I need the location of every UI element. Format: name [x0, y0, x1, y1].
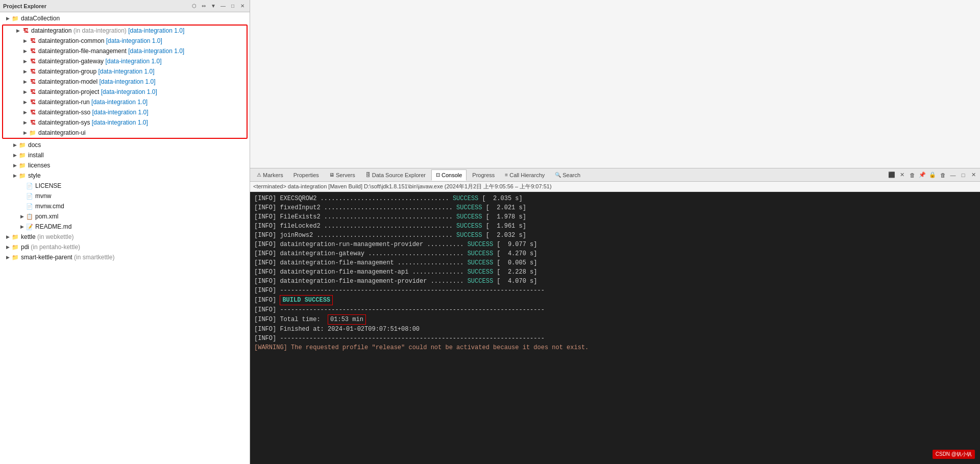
- tree-item-label: dataintegration-sso [data-integration 1.…: [38, 108, 149, 117]
- tab-servers-label: Servers: [336, 172, 355, 178]
- maven-icon: 🏗: [29, 57, 37, 65]
- tree-item-common[interactable]: ▶ 🏗 dataintegration-common [data-integra…: [3, 36, 247, 46]
- tab-search[interactable]: 🔍 Search: [550, 169, 585, 181]
- expand-arrow: ▶: [11, 140, 18, 150]
- item-name: dataintegration-model: [38, 78, 97, 85]
- tree-item-licenses[interactable]: ▶ 📁 licenses: [0, 160, 250, 170]
- item-name: dataintegration-file-management: [38, 47, 127, 55]
- item-tag: [data-integration 1.0]: [92, 109, 148, 116]
- tree-item-readme[interactable]: ▶ 📝 README.md: [0, 222, 250, 232]
- expand-arrow: ▶: [21, 108, 29, 117]
- tab-properties-label: Properties: [293, 172, 319, 178]
- tree-item-label: dataintegration-project [data-integratio…: [38, 87, 157, 96]
- tree-item-kettle[interactable]: ▶ 📁 kettle (in webkettle): [0, 232, 250, 242]
- tree-item-ui[interactable]: ▶ 📁 dataintegration-ui: [3, 128, 247, 138]
- link-with-editor-btn[interactable]: ⇔: [200, 2, 208, 10]
- editor-area: [250, 0, 980, 168]
- item-name: dataintegration-run: [38, 99, 90, 106]
- tree-item-smart-kettle[interactable]: ▶ 📁 smart-kettle-parent (in smartkettle): [0, 252, 250, 262]
- filter-btn[interactable]: ▼: [209, 2, 217, 10]
- expand-arrow: ▶: [21, 128, 29, 137]
- close-console-btn[interactable]: ✕: [969, 170, 978, 180]
- clear-btn[interactable]: 🗑: [938, 170, 947, 180]
- console-line: [INFO] dataintegration-gateway .........…: [254, 249, 976, 258]
- expand-arrow: ▶: [4, 242, 11, 252]
- expand-arrow: ▶: [11, 171, 18, 180]
- item-tag: [data-integration 1.0]: [106, 37, 162, 44]
- tree-item-style[interactable]: ▶ 📁 style: [0, 170, 250, 181]
- console-panel: ⚠ Markers Properties 🖥 Servers 🗄 Data So…: [250, 168, 980, 464]
- datasource-icon: 🗄: [365, 172, 371, 178]
- tree-item-project[interactable]: ▶ 🏗 dataintegration-project [data-integr…: [3, 87, 247, 97]
- maximize-btn[interactable]: □: [229, 2, 237, 10]
- console-status-bar: <terminated> data-integration [Maven Bui…: [250, 182, 980, 192]
- tree-item-label: dataintegration-model [data-integration …: [38, 77, 156, 86]
- tree-item-pom[interactable]: ▶ 📋 pom.xml: [0, 211, 250, 222]
- expand-arrow: ▶: [21, 46, 29, 56]
- item-name: dataintegration-common: [38, 37, 104, 44]
- tab-servers[interactable]: 🖥 Servers: [325, 169, 360, 181]
- cancel-btn[interactable]: ✕: [897, 170, 906, 180]
- tree-item-pdi[interactable]: ▶ 📁 pdi (in pentaho-kettle): [0, 242, 250, 252]
- callhierarchy-icon: ≡: [505, 172, 508, 178]
- md-icon: 📝: [26, 223, 34, 231]
- tree-item-label: mvnw: [35, 191, 51, 201]
- console-line: [INFO] dataintegration-file-management-a…: [254, 267, 976, 277]
- expand-arrow: ▶: [21, 57, 29, 66]
- stop-btn[interactable]: ⬛: [887, 170, 896, 180]
- expand-arrow: ▶: [21, 67, 29, 76]
- tree-item-docs[interactable]: ▶ 📁 docs: [0, 140, 250, 150]
- console-line: [INFO] dataintegration-file-management .…: [254, 258, 976, 267]
- tab-console[interactable]: ⊡ Console: [431, 169, 467, 181]
- tree-item-install[interactable]: ▶ 📁 install: [0, 150, 250, 160]
- item-tag: [data-integration 1.0]: [105, 58, 161, 65]
- expand-arrow: ▶: [18, 212, 26, 221]
- tab-properties[interactable]: Properties: [289, 169, 324, 181]
- item-name: dataintegration-group: [38, 68, 96, 75]
- pin-btn[interactable]: 📌: [918, 170, 927, 180]
- tree-item-dataCollection[interactable]: ▶ 📁 dataCollection: [0, 13, 250, 23]
- panel-header-actions: ⬡ ⇔ ▼ — □ ✕: [190, 2, 247, 10]
- csdn-badge: CSDN @钒小钒: [933, 450, 975, 459]
- item-tag: [data-integration 1.0]: [128, 27, 184, 34]
- console-tabbar: ⚠ Markers Properties 🖥 Servers 🗄 Data So…: [250, 168, 980, 182]
- maximize-console-btn[interactable]: □: [959, 170, 968, 180]
- tree-item-run[interactable]: ▶ 🏗 dataintegration-run [data-integratio…: [3, 97, 247, 107]
- tree-item-group[interactable]: ▶ 🏗 dataintegration-group [data-integrat…: [3, 66, 247, 77]
- console-line: [INFO] ---------------------------------…: [254, 334, 976, 343]
- tree-item-mvnw[interactable]: 📄 mvnw: [0, 191, 250, 201]
- expand-arrow: ▶: [21, 118, 29, 127]
- collapse-all-btn[interactable]: ⬡: [190, 2, 198, 10]
- tab-callhierarchy[interactable]: ≡ Call Hierarchy: [500, 169, 549, 181]
- folder-icon: 📁: [11, 243, 19, 251]
- close-btn[interactable]: ✕: [238, 2, 247, 10]
- tree-item-mvnw-cmd[interactable]: 📄 mvnw.cmd: [0, 201, 250, 211]
- console-output[interactable]: [INFO] EXECSQROW2 ......................…: [250, 192, 980, 464]
- tab-datasource[interactable]: 🗄 Data Source Explorer: [361, 169, 430, 181]
- tree-item-sys[interactable]: ▶ 🏗 dataintegration-sys [data-integratio…: [3, 117, 247, 128]
- tab-progress[interactable]: Progress: [468, 169, 499, 181]
- tree-item-label: install: [28, 151, 44, 160]
- project-explorer-header: Project Explorer ⬡ ⇔ ▼ — □ ✕: [0, 0, 250, 12]
- minimize-btn[interactable]: —: [219, 2, 227, 10]
- expand-arrow: ▶: [21, 97, 29, 107]
- tree-item-model[interactable]: ▶ 🏗 dataintegration-model [data-integrat…: [3, 77, 247, 87]
- tree-item-dataintegration[interactable]: ▶ 🏗 dataintegration (in data-integration…: [3, 26, 247, 36]
- console-status-text: <terminated> data-integration [Maven Bui…: [253, 183, 552, 189]
- tree-item-label: pdi (in pentaho-kettle): [21, 242, 80, 252]
- maven-icon: 🏗: [29, 108, 37, 116]
- tree-item-file-mgmt[interactable]: ▶ 🏗 dataintegration-file-management [dat…: [3, 46, 247, 56]
- scroll-lock-btn[interactable]: 🔒: [928, 170, 937, 180]
- tab-search-label: Search: [562, 172, 580, 178]
- expand-arrow: ▶: [14, 26, 21, 35]
- tree-item-gateway[interactable]: ▶ 🏗 dataintegration-gateway [data-integr…: [3, 56, 247, 66]
- left-panel: Project Explorer ⬡ ⇔ ▼ — □ ✕ ▶ 📁 dataCol…: [0, 0, 250, 464]
- item-name: dataintegration: [31, 27, 71, 34]
- minimize-console-btn[interactable]: —: [948, 170, 958, 180]
- console-line: [INFO] fileLocked2 .....................…: [254, 222, 976, 231]
- tab-markers[interactable]: ⚠ Markers: [252, 169, 288, 181]
- tree-item-LICENSE[interactable]: 📄 LICENSE: [0, 181, 250, 191]
- remove-btn[interactable]: 🗑: [908, 170, 917, 180]
- tree-item-label: kettle (in webkettle): [21, 232, 74, 241]
- tree-item-sso[interactable]: ▶ 🏗 dataintegration-sso [data-integratio…: [3, 107, 247, 117]
